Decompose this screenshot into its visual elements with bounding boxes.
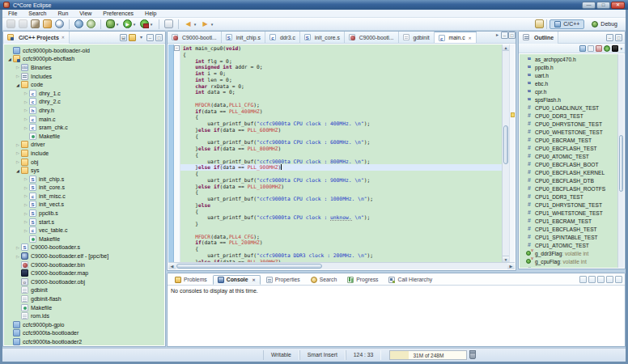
minimize-view-icon[interactable]: – — [146, 34, 154, 41]
code-line[interactable]: int flg = 0; — [180, 58, 502, 65]
code-line[interactable]: MFDCR(data,PLL1_CFG); — [180, 102, 502, 108]
hide-non-public-icon[interactable] — [604, 45, 610, 52]
outline-item[interactable]: g_cpuFlag : volatile int — [520, 257, 617, 265]
code-line[interactable]: { — [180, 133, 502, 140]
collapsed-arrow-icon[interactable]: ▷ — [15, 74, 21, 78]
tree-item[interactable]: ▷main.c — [4, 115, 164, 124]
tree-item[interactable]: ◢code — [4, 80, 164, 89]
tree-item[interactable]: ccfc9000pb-gpio — [4, 320, 164, 329]
code-line[interactable]: }else if(data == PLL_1000MHZ) — [180, 184, 502, 190]
tree-item[interactable]: ▷Includes — [4, 72, 164, 81]
fold-collapse-icon[interactable]: − — [174, 45, 180, 51]
console-tab-properties[interactable]: Properties — [261, 275, 305, 285]
tree-item[interactable]: ◢sys — [4, 166, 164, 175]
menu-run[interactable]: Run — [52, 11, 74, 16]
minimize-view-icon[interactable] — [606, 276, 613, 283]
outline-item[interactable]: SPIN_TABLE_ADDR — [520, 265, 617, 268]
overview-ruler[interactable] — [509, 44, 515, 262]
maximize-window-button[interactable]: □ — [596, 2, 610, 9]
menu-view[interactable]: View — [74, 11, 97, 16]
edit-button[interactable] — [42, 19, 53, 29]
outline-item[interactable]: ebc.h — [520, 79, 617, 87]
hide-static-members-icon[interactable] — [596, 45, 602, 52]
outline-item[interactable]: CPU0_EBCFLASH_KERNEL — [520, 168, 617, 176]
code-line[interactable]: uart_printf_buf("ccfc9000ta CPU clock : … — [180, 159, 502, 165]
refresh-button[interactable] — [86, 19, 96, 29]
sort-icon[interactable] — [579, 45, 586, 52]
tree-item[interactable]: ▷sram_chk.c — [4, 123, 164, 132]
editor-tab-gdbinit[interactable]: gdbinit — [399, 32, 435, 43]
collapsed-arrow-icon[interactable]: ▷ — [23, 185, 29, 190]
view-menu-icon[interactable]: ▾ — [620, 45, 622, 52]
dropdown-arrow-icon[interactable]: ▾ — [115, 22, 120, 27]
tree-item[interactable]: rom.lds — [4, 311, 164, 320]
perspective-debug[interactable]: Debug — [587, 19, 622, 29]
code-line[interactable]: }else if(data == PLL_800MHZ) — [180, 146, 502, 152]
occurrence-marker[interactable] — [511, 112, 515, 117]
collapsed-arrow-icon[interactable]: ▷ — [23, 176, 29, 181]
scrollbar-thumb[interactable] — [176, 264, 322, 269]
outline-item[interactable]: CPU1_WHETSTONE_TEST — [520, 209, 617, 217]
dropdown-arrow-icon[interactable]: ▾ — [132, 22, 137, 27]
menu-help[interactable]: Help — [139, 11, 162, 16]
tree-item[interactable]: Makefile — [4, 132, 164, 141]
outline-item[interactable]: CPU0_DHRYSTONE_TEST — [520, 120, 617, 128]
collapse-all-icon[interactable]: ⊟ — [120, 34, 127, 41]
close-tab-icon[interactable]: ✕ — [469, 36, 472, 40]
console-tab-call-hierarchy[interactable]: Call Hierarchy — [384, 275, 437, 285]
minimize-window-button[interactable]: — — [582, 2, 596, 9]
tree-item[interactable]: ccfc9000ta-bootloader2 — [4, 337, 164, 345]
outline-item[interactable]: CPU0_EBCFLASH_DTB — [520, 176, 617, 184]
code-line[interactable]: } — [180, 221, 502, 227]
tree-item[interactable]: ccfc9000pb-bootloader-old — [4, 46, 164, 55]
hide-fields-icon[interactable] — [588, 45, 594, 52]
code-line[interactable]: { — [180, 171, 502, 177]
tree-item[interactable]: ▷Binaries — [4, 63, 164, 72]
collapsed-arrow-icon[interactable]: ▷ — [23, 116, 29, 121]
code-line[interactable] — [180, 227, 502, 234]
collapsed-arrow-icon[interactable]: ▷ — [23, 108, 29, 112]
editor-tab-init-core-s[interactable]: init_core.s — [300, 32, 345, 43]
code-line[interactable]: int data = 0; — [180, 89, 502, 95]
open-console-log-icon[interactable] — [579, 276, 587, 283]
tree-item[interactable]: C9000-bootloader.map — [4, 269, 164, 277]
collapsed-arrow-icon[interactable]: ▷ — [15, 65, 21, 70]
tree-item[interactable]: C9000-bootloader.bin — [4, 260, 164, 269]
maximize-view-icon[interactable]: □ — [155, 34, 163, 41]
expanded-arrow-icon[interactable]: ◢ — [15, 83, 21, 87]
code-line[interactable]: { — [180, 209, 502, 215]
code-editor[interactable]: int main_cpu0(void){ int flg = 0; unsign… — [180, 44, 502, 262]
maximize-view-icon[interactable]: □ — [615, 34, 622, 41]
close-view-icon[interactable]: ✕ — [62, 35, 65, 40]
scrollbar-thumb[interactable] — [503, 125, 508, 164]
outline-item[interactable]: g_ddr3Flag : volatile int — [520, 249, 617, 257]
collapsed-arrow-icon[interactable]: ▷ — [15, 159, 21, 164]
tree-item[interactable]: ▷init_chip.s — [4, 175, 164, 184]
code-line[interactable] — [180, 95, 502, 102]
maximize-view-icon[interactable] — [615, 276, 622, 283]
code-line[interactable]: uart_printf_buf("ccfc9000ta CPU clock : … — [180, 177, 502, 184]
tree-item[interactable]: ▷ppclib.s — [4, 209, 164, 218]
code-line[interactable]: int main_cpu0(void) — [180, 45, 502, 52]
code-line[interactable]: int len = 0; — [180, 77, 502, 83]
code-line[interactable]: uart_printf_buf("ccfc9000ta CPU clock : … — [180, 196, 502, 202]
tree-item[interactable]: ▷init_misc.c — [4, 192, 164, 201]
tree-item[interactable]: ▷obj — [4, 158, 164, 167]
tree-item[interactable]: Makefile — [4, 303, 164, 312]
outline-item[interactable]: uart.h — [520, 71, 617, 79]
external-tools-button[interactable]: ▾ — [139, 19, 155, 29]
editor-horizontal-scrollbar[interactable]: ◀ ▶ — [168, 262, 515, 269]
scroll-down-icon[interactable]: ▼ — [503, 256, 509, 262]
code-line[interactable]: uart_printf_buf("ccfc9000ta DDR3 clock :… — [180, 252, 502, 259]
code-line[interactable]: if(data == PLL_400MHZ) — [180, 108, 502, 115]
back-button[interactable]: ▾ — [183, 19, 198, 29]
link-with-editor-icon[interactable] — [129, 34, 136, 41]
view-menu-icon[interactable]: ▾ — [138, 34, 145, 41]
editor-tab-main-c[interactable]: main.c✕ — [435, 32, 477, 43]
expanded-arrow-icon[interactable]: ◢ — [15, 168, 21, 173]
collapsed-arrow-icon[interactable]: ▷ — [15, 254, 21, 259]
collapsed-arrow-icon[interactable]: ▷ — [23, 202, 29, 207]
collapsed-arrow-icon[interactable]: ▷ — [23, 228, 29, 233]
editor-vertical-scrollbar[interactable]: ▲ ▼ — [502, 44, 509, 262]
minimize-editor-icon[interactable]: – — [501, 32, 508, 39]
